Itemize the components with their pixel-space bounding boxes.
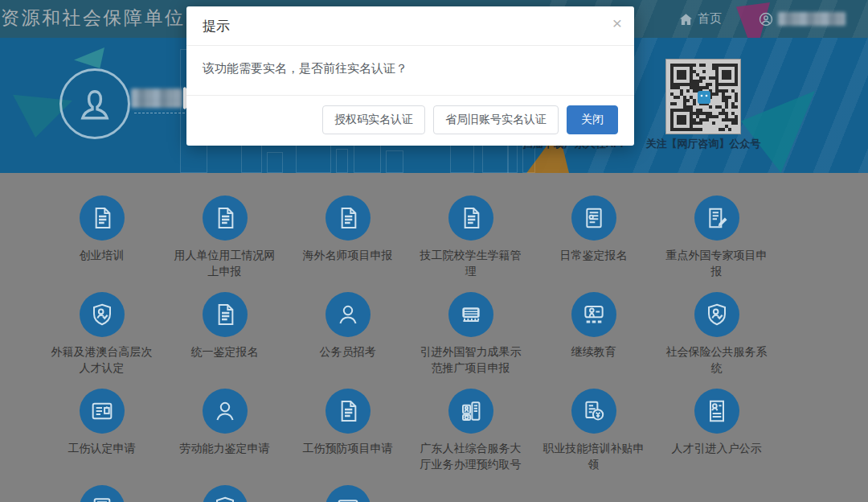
service-label: 重点外国专家项目申报 — [661, 247, 772, 279]
service-item[interactable]: 劳动能力鉴定申请 — [163, 389, 286, 473]
person-icon — [203, 389, 248, 434]
banner-username-censored — [131, 88, 182, 108]
service-label: 引进外国智力成果示范推广项目申报 — [416, 344, 526, 376]
service-label: 用人单位用工情况网上申报 — [170, 247, 280, 279]
card-reader-icon — [448, 292, 493, 337]
services-grid: 创业培训用人单位用工情况网上申报海外名师项目申报技工院校学生学籍管理日常鉴定报名… — [0, 173, 868, 502]
service-item[interactable]: 外籍及港澳台高层次人才认定 — [40, 292, 163, 376]
decor-building — [386, 150, 403, 173]
decor-triangle-teal-small — [74, 47, 104, 68]
service-item[interactable]: 技工院校学生学籍管理 — [409, 195, 532, 280]
service-item[interactable]: 继续教育 — [532, 292, 655, 376]
service-label: 日常鉴定报名 — [538, 247, 649, 263]
document-icon — [80, 195, 125, 241]
user-menu[interactable] — [759, 12, 845, 27]
document-icon — [326, 195, 371, 241]
shield-person-icon — [80, 292, 125, 337]
machine-icon — [80, 485, 125, 502]
service-label: 广东人社综合服务大厅业务办理预约取号 — [416, 440, 526, 472]
service-item[interactable] — [40, 485, 163, 502]
document-icon — [203, 195, 248, 241]
service-label: 创业培训 — [47, 247, 157, 263]
service-label: 社会保险公共服务系统 — [661, 344, 772, 376]
service-item[interactable]: 统一鉴定报名 — [163, 292, 286, 376]
document-icon — [448, 195, 493, 241]
service-item[interactable]: 人才引进入户公示 — [655, 389, 778, 473]
modal-header: 提示 × — [186, 6, 634, 46]
service-label: 外籍及港澳台高层次人才认定 — [47, 344, 157, 376]
card-icon — [326, 485, 371, 502]
document-icon — [203, 292, 248, 337]
avatar — [59, 68, 130, 139]
service-item[interactable]: 用人单位用工情况网上申报 — [163, 195, 286, 280]
service-item[interactable]: 社会保险公共服务系统 — [655, 292, 778, 376]
service-label: 职业技能培训补贴申领 — [538, 440, 649, 472]
service-item[interactable] — [286, 485, 409, 502]
subsidy-money-icon — [571, 389, 616, 434]
service-item[interactable]: 工伤认定申请 — [40, 389, 163, 473]
service-label: 海外名师项目申报 — [293, 247, 403, 263]
service-label: 公务员招考 — [293, 344, 403, 360]
user-icon — [759, 12, 773, 27]
document-pencil-icon — [694, 195, 739, 241]
document-icon — [326, 389, 371, 434]
header-nav: 首页 — [680, 0, 845, 38]
phone-ticket-icon — [448, 389, 493, 434]
realname-prompt-dialog: 提示 × 该功能需要实名，是否前往实名认证？ 授权码实名认证 省局旧账号实名认证… — [186, 6, 634, 146]
service-label: 劳动能力鉴定申请 — [170, 440, 280, 456]
service-label: 继续教育 — [538, 344, 649, 360]
id-card-icon — [80, 389, 125, 434]
service-item[interactable]: 日常鉴定报名 — [532, 195, 655, 280]
nav-home-label: 首页 — [698, 11, 722, 27]
service-item[interactable]: 创业培训 — [40, 195, 163, 280]
wechat-qr-caption: 关注【网厅咨询】公众号 — [643, 137, 764, 151]
close-icon[interactable]: × — [612, 14, 622, 31]
form-list-icon — [571, 195, 616, 241]
service-item[interactable]: 海外名师项目申报 — [286, 195, 409, 280]
service-label: 工伤预防项目申请 — [293, 440, 403, 456]
shield-person-icon — [694, 292, 739, 337]
auth-code-realname-button[interactable]: 授权码实名认证 — [322, 105, 425, 134]
service-item[interactable]: 引进外国智力成果示范推广项目申报 — [409, 292, 532, 376]
modal-footer: 授权码实名认证 省局旧账号实名认证 关闭 — [186, 95, 634, 146]
classroom-icon — [571, 292, 616, 337]
person-icon — [74, 83, 116, 125]
decor-building — [336, 149, 348, 173]
home-icon — [680, 14, 692, 25]
service-item[interactable]: 工伤预防项目申请 — [286, 389, 409, 473]
decor-building — [241, 142, 262, 173]
modal-message: 该功能需要实名，是否前往实名认证？ — [186, 46, 634, 95]
shield-icon — [203, 485, 248, 502]
username-censored — [778, 12, 845, 26]
close-button[interactable]: 关闭 — [567, 105, 618, 134]
service-label: 人才引进入户公示 — [661, 440, 772, 456]
decor-building — [267, 152, 283, 173]
service-item[interactable]: 职业技能培训补贴申领 — [532, 389, 655, 473]
wechat-qr-code — [665, 59, 741, 134]
service-item[interactable]: 公务员招考 — [286, 292, 409, 376]
old-account-realname-button[interactable]: 省局旧账号实名认证 — [433, 105, 559, 134]
service-item[interactable]: 广东人社综合服务大厅业务办理预约取号 — [409, 389, 532, 473]
modal-title: 提示 — [203, 19, 230, 34]
nav-home[interactable]: 首页 — [680, 11, 722, 27]
person-icon — [326, 292, 371, 337]
service-label: 工伤认定申请 — [47, 440, 157, 456]
service-item[interactable] — [163, 485, 286, 502]
service-item[interactable]: 重点外国专家项目申报 — [655, 195, 778, 280]
document-person-icon — [694, 389, 739, 434]
service-label: 统一鉴定报名 — [170, 344, 280, 360]
service-label: 技工院校学生学籍管理 — [416, 247, 526, 279]
